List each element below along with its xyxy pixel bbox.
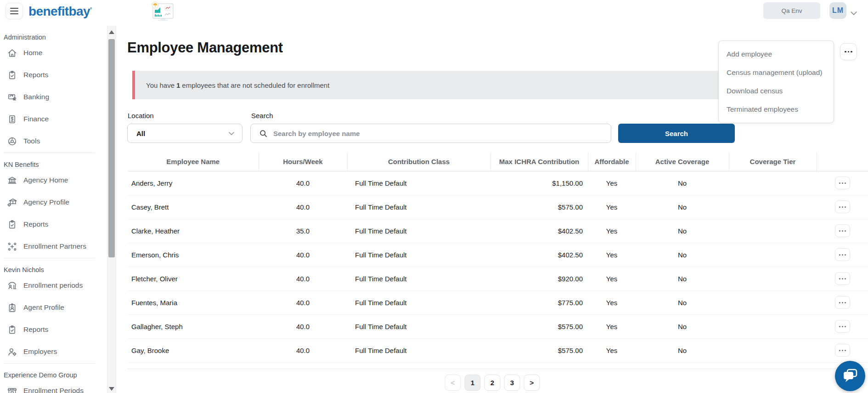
sidebar-item-label: Agency Home <box>23 176 68 184</box>
chat-bubbles-icon <box>842 368 858 384</box>
sidebar-item-label: Enrollment Partners <box>23 242 86 251</box>
hamburger-menu-button[interactable] <box>6 3 23 19</box>
cell-cclass: Full Time Default <box>347 243 490 267</box>
ellipsis-icon <box>839 182 846 184</box>
sidebar-item-home[interactable]: Home <box>0 42 107 64</box>
benefitbay-logo[interactable]: benefitbay° <box>28 4 92 19</box>
clipboard-check-icon <box>7 219 17 230</box>
cell-max: $775.00 <box>490 290 588 314</box>
pagination-divider <box>128 369 868 369</box>
table-header-row: Employee NameHours/WeekContribution Clas… <box>128 153 868 171</box>
cell-name: Fletcher, Oliver <box>128 267 259 290</box>
row-actions-button[interactable] <box>835 224 850 237</box>
cell-hours: 40.0 <box>259 267 347 290</box>
pagination-page-2[interactable]: 2 <box>485 375 501 391</box>
row-actions-button[interactable] <box>835 272 850 285</box>
sidebar-item-finance[interactable]: Finance <box>0 108 107 130</box>
cell-name: Fuentes, Maria <box>128 290 259 314</box>
sidebar-item-label: Employers <box>23 347 57 356</box>
cell-actions <box>817 171 868 195</box>
cell-name: Anders, Jerry <box>128 171 259 195</box>
location-select[interactable]: All <box>127 124 242 143</box>
menu-item-download-census[interactable]: Download census <box>719 82 834 100</box>
cell-hours: 35.0 <box>259 219 347 243</box>
cell-active: No <box>636 314 729 338</box>
pagination-page-1[interactable]: 1 <box>465 375 481 391</box>
logo-trademark: ° <box>90 6 92 12</box>
environment-badge[interactable]: Qa Env <box>763 2 820 19</box>
cell-afford: Yes <box>588 338 636 362</box>
sidebar-item-tools[interactable]: Tools <box>0 130 107 152</box>
scrollbar-thumb[interactable] <box>108 39 115 257</box>
cell-tier <box>729 219 817 243</box>
scroll-down-arrow-icon[interactable] <box>109 387 114 391</box>
sidebar-item-agency-home[interactable]: Agency Home <box>0 169 107 191</box>
row-actions-button[interactable] <box>835 296 850 309</box>
sidebar-item-enrollment-partners[interactable]: Enrollment Partners <box>0 235 107 257</box>
menu-item-census-management-upload[interactable]: Census management (upload) <box>719 63 834 82</box>
row-actions-button[interactable] <box>835 344 850 357</box>
table-row: Gay, Brooke40.0Full Time Default$575.00Y… <box>128 338 868 362</box>
chat-widget-button[interactable] <box>835 361 865 391</box>
column-header-employee-name: Employee Name <box>128 153 259 171</box>
column-header-actions <box>817 153 868 171</box>
ellipsis-icon <box>839 350 846 351</box>
more-options-button[interactable] <box>840 43 857 60</box>
sidebar-nav: AdministrationHomeReportsBankingFinanceT… <box>0 26 107 393</box>
table-row: Anders, Jerry40.0Full Time Default$1,150… <box>128 171 868 195</box>
cell-name: Emerson, Chris <box>128 243 259 267</box>
cell-actions <box>817 267 868 290</box>
sidebar-item-reports[interactable]: Reports <box>0 64 107 86</box>
cell-cclass: Full Time Default <box>347 267 490 290</box>
menu-item-terminated-employees[interactable]: Terminated employees <box>719 100 834 119</box>
sidebar-section-divider <box>4 258 95 258</box>
sidebar-item-label: Reports <box>23 220 48 228</box>
search-input[interactable] <box>273 124 611 142</box>
cell-active: No <box>636 171 729 195</box>
sidebar-item-label: Agency Profile <box>23 198 69 206</box>
cell-tier <box>729 267 817 290</box>
ellipsis-icon <box>839 230 846 232</box>
sidebar-item-agency-profile[interactable]: Agency Profile <box>0 191 107 213</box>
sidebar-scrollbar[interactable] <box>107 26 116 393</box>
sidebar-section-divider <box>4 363 95 364</box>
row-actions-button[interactable] <box>835 248 850 261</box>
sidebar-item-enrollment-periods[interactable]: Enrollment Periods <box>0 380 107 393</box>
cell-actions <box>817 219 868 243</box>
cell-cclass: Full Time Default <box>347 171 490 195</box>
row-actions-button[interactable] <box>835 320 850 333</box>
pagination-prev-button[interactable]: < <box>445 375 461 391</box>
scroll-up-arrow-icon[interactable] <box>109 30 114 34</box>
search-button[interactable]: Search <box>618 124 735 143</box>
cell-cclass: Full Time Default <box>347 314 490 338</box>
pagination-next-button[interactable]: > <box>524 375 540 391</box>
sidebar-item-reports[interactable]: Reports <box>0 213 107 235</box>
cell-tier <box>729 195 817 219</box>
column-header-active-coverage: Active Coverage <box>636 153 729 171</box>
sidebar-section-administration: Administration <box>0 33 107 42</box>
sidebar-item-employers[interactable]: Employers <box>0 341 107 363</box>
pagination: <123> <box>445 375 540 391</box>
employee-table: Employee NameHours/WeekContribution Clas… <box>128 153 868 363</box>
pagination-page-3[interactable]: 3 <box>504 375 520 391</box>
sidebar-item-agent-profile[interactable]: Agent Profile <box>0 296 107 319</box>
column-header-contribution-class: Contribution Class <box>347 153 490 171</box>
cell-hours: 40.0 <box>259 171 347 195</box>
menu-item-add-employee[interactable]: Add employee <box>719 45 834 63</box>
cell-hours: 40.0 <box>259 243 347 267</box>
cell-active: No <box>636 290 729 314</box>
sidebar-item-enrollment-periods[interactable]: Enrollment periods <box>0 274 107 296</box>
user-avatar[interactable]: LM <box>829 2 846 19</box>
cell-hours: 40.0 <box>259 338 347 362</box>
row-actions-button[interactable] <box>835 177 850 189</box>
row-actions-button[interactable] <box>835 200 850 213</box>
sidebar-item-label: Tools <box>23 137 40 145</box>
cell-active: No <box>636 243 729 267</box>
sidebar-item-banking[interactable]: Banking <box>0 86 107 108</box>
ellipsis-icon <box>839 206 846 208</box>
sidebar-item-reports[interactable]: Reports <box>0 319 107 341</box>
cell-afford: Yes <box>588 290 636 314</box>
sidebar-item-label: Banking <box>23 93 49 101</box>
cell-max: $920.00 <box>490 267 588 290</box>
account-chevron-down-icon[interactable] <box>851 11 857 15</box>
